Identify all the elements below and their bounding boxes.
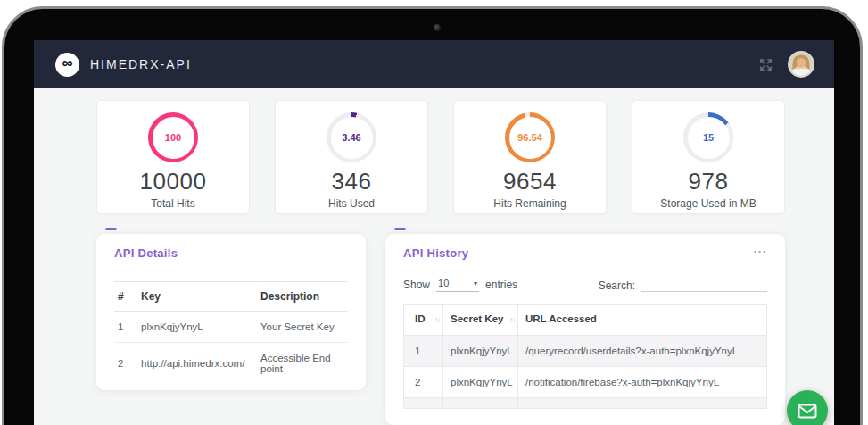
entries-value: 10 xyxy=(438,278,449,288)
header-num[interactable]: # xyxy=(114,282,137,312)
progress-ring: 96.54 xyxy=(505,112,555,162)
cell-key: http://api.himedrx.com/ xyxy=(137,343,257,385)
search-box: Search: xyxy=(599,278,767,292)
infinity-glyph: ∞ xyxy=(62,55,72,71)
stat-value: 346 xyxy=(276,168,427,196)
header-description[interactable]: Description xyxy=(257,282,348,312)
dashboard-content: 100 10000 Total Hits 3.46 346 Hits Used … xyxy=(96,100,785,425)
caret-down-icon: ▾ xyxy=(474,279,477,288)
tablet-frame: ∞ HIMEDRX-API xyxy=(2,6,863,425)
table-controls: Show 10 ▾ entries Search: xyxy=(403,278,767,292)
top-navbar: ∞ HIMEDRX-API xyxy=(34,40,834,88)
table-header-row: # Key Description xyxy=(114,282,348,312)
panel-title: API History xyxy=(403,246,468,260)
entries-select[interactable]: 10 ▾ xyxy=(436,278,479,292)
progress-ring: 15 xyxy=(683,112,733,162)
front-camera-icon xyxy=(434,24,441,31)
stat-card-hits-used: 3.46 346 Hits Used xyxy=(275,100,428,214)
panel-head: API History ... xyxy=(403,246,767,260)
sort-arrows-icon[interactable]: ↑↓ xyxy=(509,316,515,326)
cell-url: /notification/firebase?x-auth=plxnKqjyYn… xyxy=(518,366,767,397)
panel-menu-button[interactable]: ... xyxy=(754,246,767,252)
envelope-icon xyxy=(798,404,817,419)
api-details-table: # Key Description 1 plxnKqjyYnyL Your Se… xyxy=(114,281,348,384)
progress-ring: 3.46 xyxy=(327,112,376,162)
entries-label: entries xyxy=(485,279,517,291)
stat-label: Storage Used in MB xyxy=(632,197,784,210)
header-secret-key[interactable]: Secret Key ↑↓ xyxy=(443,305,518,336)
stat-label: Total Hits xyxy=(97,197,249,210)
cell-description: Your Secret Key xyxy=(257,312,348,343)
table-row: 2 plxnKqjyYnyL /notification/firebase?x-… xyxy=(404,366,767,397)
ring-value: 100 xyxy=(165,132,181,143)
show-label: Show xyxy=(403,279,430,291)
header-key[interactable]: Key xyxy=(137,282,257,312)
navbar-right xyxy=(758,51,814,78)
progress-ring: 100 xyxy=(148,112,198,162)
header-url-accessed[interactable]: URL Accessed xyxy=(518,305,767,336)
cell-key: plxnKqjyYnyL xyxy=(137,312,257,343)
show-entries: Show 10 ▾ entries xyxy=(403,278,517,292)
panels-row: API Details # Key Description xyxy=(96,234,785,425)
stat-card-hits-remaining: 96.54 9654 Hits Remaining xyxy=(453,100,607,214)
api-history-wrap: API History ... Show 10 ▾ entries xyxy=(385,234,785,425)
api-history-table: ID ↑↓ Secret Key ↑↓ URL Accessed xyxy=(403,304,767,409)
sort-arrows-icon[interactable]: ↑↓ xyxy=(434,316,440,326)
accent-dash xyxy=(105,228,117,230)
expand-icon[interactable] xyxy=(758,57,773,72)
ring-value: 3.46 xyxy=(342,132,360,143)
panel-title: API Details xyxy=(114,246,348,260)
api-details-wrap: API Details # Key Description xyxy=(96,234,366,390)
api-details-panel: API Details # Key Description xyxy=(96,234,366,390)
brand-title: HIMEDRX-API xyxy=(90,57,192,71)
brand-block: ∞ HIMEDRX-API xyxy=(55,53,192,77)
accent-dash xyxy=(394,228,406,230)
cell-secret-key: plxnKqjyYnyL xyxy=(443,335,518,366)
cell-num: 1 xyxy=(114,312,137,343)
table-row: 1 plxnKqjyYnyL Your Secret Key xyxy=(114,312,348,343)
search-label: Search: xyxy=(599,279,635,292)
stat-value: 978 xyxy=(632,168,784,196)
api-history-panel: API History ... Show 10 ▾ entries xyxy=(385,234,785,425)
stat-label: Hits Used xyxy=(276,197,427,210)
cell-url: /queryrecord/userdetails?x-auth=plxnKqjy… xyxy=(518,335,767,366)
cell-secret-key: plxnKqjyYnyL xyxy=(443,366,518,397)
screen: ∞ HIMEDRX-API xyxy=(34,40,834,425)
stat-value: 10000 xyxy=(97,168,249,196)
table-row: 2 http://api.himedrx.com/ Accessible End… xyxy=(114,343,348,385)
ring-value: 96.54 xyxy=(517,132,542,143)
cell-id: 1 xyxy=(404,335,443,366)
infinity-icon: ∞ xyxy=(55,53,79,77)
stat-card-storage-used: 15 978 Storage Used in MB xyxy=(632,100,785,214)
stats-row: 100 10000 Total Hits 3.46 346 Hits Used … xyxy=(96,100,785,214)
user-avatar[interactable] xyxy=(788,51,814,78)
stat-value: 9654 xyxy=(454,168,606,196)
stat-label: Hits Remaining xyxy=(454,197,606,210)
header-id[interactable]: ID ↑↓ xyxy=(404,305,443,336)
table-row: 1 plxnKqjyYnyL /queryrecord/userdetails?… xyxy=(404,335,767,366)
cell-description: Accessible End point xyxy=(257,343,348,385)
cell-num: 2 xyxy=(114,343,137,385)
ring-value: 15 xyxy=(703,132,714,143)
table-header-row: ID ↑↓ Secret Key ↑↓ URL Accessed xyxy=(404,305,767,336)
cell-id: 2 xyxy=(404,366,443,397)
table-row-partial xyxy=(404,397,767,408)
stat-card-total-hits: 100 10000 Total Hits xyxy=(96,100,250,214)
search-input[interactable] xyxy=(641,278,767,292)
chat-button[interactable] xyxy=(787,390,828,425)
